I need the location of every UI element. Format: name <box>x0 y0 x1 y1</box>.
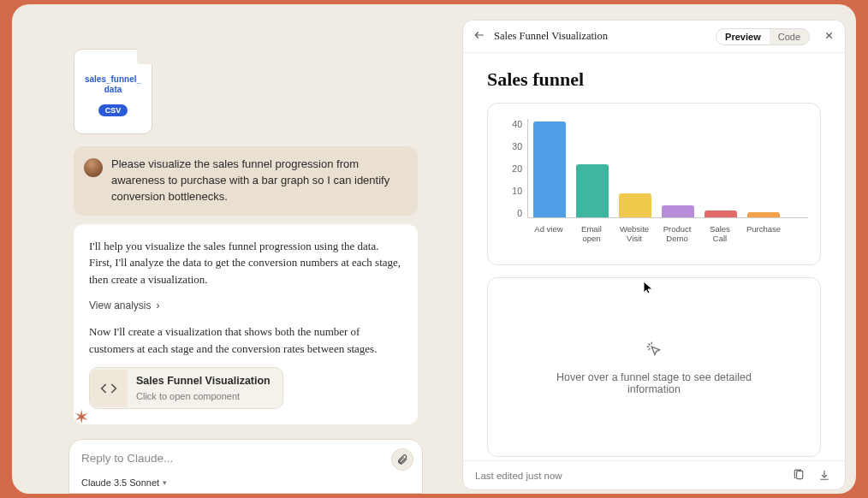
x-label: Purchase <box>746 225 779 244</box>
user-message-bubble: Please visualize the sales funnel progre… <box>74 146 418 216</box>
download-button[interactable] <box>816 469 833 483</box>
y-tick: 30 <box>512 141 522 151</box>
assistant-paragraph: Now I'll create a visualization that sho… <box>89 323 402 357</box>
assistant-paragraph: I'll help you visualize the sales funnel… <box>89 238 402 288</box>
preview-code-toggle: Preview Code <box>716 28 810 45</box>
bar-ad-view[interactable] <box>533 122 566 217</box>
chevron-right-icon: › <box>156 298 159 313</box>
claude-logo-icon: ✶ <box>74 406 89 429</box>
y-tick: 10 <box>512 186 522 196</box>
bar-sales-call[interactable] <box>705 210 737 217</box>
x-label: Email open <box>575 225 608 244</box>
model-selector[interactable]: Claude 3.5 Sonnet ▾ <box>81 477 167 488</box>
svg-rect-3 <box>797 471 803 478</box>
bar-website-visit[interactable] <box>619 193 651 217</box>
preview-title: Sales Funnel Visualization <box>494 30 608 43</box>
file-name: sales_funnel_data <box>82 74 144 96</box>
user-message-text: Please visualize the sales funnel progre… <box>111 157 404 205</box>
copy-button[interactable] <box>790 469 807 483</box>
assistant-message-card: I'll help you visualize the sales funnel… <box>74 224 418 425</box>
tab-preview[interactable]: Preview <box>716 29 770 44</box>
hover-hint-card: Hover over a funnel stage to see detaile… <box>487 277 821 457</box>
x-label: Sales Call <box>704 225 736 244</box>
hover-hint-text: Hover over a funnel stage to see detaile… <box>539 371 769 395</box>
app-frame: sales_funnel_data CSV Please visualize t… <box>12 4 856 494</box>
tab-code[interactable]: Code <box>770 29 809 44</box>
chevron-down-icon: ▾ <box>163 478 167 487</box>
x-label: Website Visit <box>618 225 651 244</box>
artifact-title: Sales Funnel Visualization <box>136 373 271 389</box>
paperclip-icon <box>396 454 408 465</box>
artifact-chip[interactable]: Sales Funnel Visualization Click to open… <box>89 367 283 409</box>
reply-box: Claude 3.5 Sonnet ▾ <box>68 439 423 494</box>
bar-email-open[interactable] <box>576 164 609 217</box>
arrow-left-icon <box>473 29 485 41</box>
conversation-column: sales_funnel_data CSV Please visualize t… <box>12 4 428 494</box>
bars-container <box>527 119 808 218</box>
preview-body: Sales funnel 403020100 Ad viewEmail open… <box>463 53 845 460</box>
attach-button[interactable] <box>391 448 413 471</box>
back-button[interactable] <box>473 29 485 44</box>
view-analysis-link[interactable]: View analysis › <box>89 298 159 313</box>
cursor-click-icon <box>645 340 663 361</box>
preview-footer: Last edited just now <box>463 460 845 489</box>
x-label: Product Demo <box>661 225 693 244</box>
x-label: Ad view <box>532 225 565 244</box>
artifact-preview-panel: Sales Funnel Visualization Preview Code … <box>462 20 846 490</box>
artifact-subtitle: Click to open component <box>136 389 271 404</box>
last-edited-label: Last edited just now <box>475 471 562 481</box>
avatar <box>84 158 103 177</box>
y-axis: 403020100 <box>500 119 527 218</box>
x-axis-labels: Ad viewEmail openWebsite VisitProduct De… <box>527 222 808 244</box>
download-icon <box>818 469 830 481</box>
chart-heading: Sales funnel <box>487 68 821 91</box>
bar-purchase[interactable] <box>747 212 780 217</box>
file-attachment-card[interactable]: sales_funnel_data CSV <box>74 49 152 134</box>
bar-product-demo[interactable] <box>662 205 694 217</box>
preview-header: Sales Funnel Visualization Preview Code <box>463 21 845 53</box>
y-tick: 40 <box>512 119 522 129</box>
clipboard-icon <box>793 469 805 481</box>
close-button[interactable] <box>823 30 835 44</box>
reply-input[interactable] <box>81 452 378 465</box>
y-tick: 20 <box>512 163 522 174</box>
code-icon <box>90 370 128 407</box>
chart-card: 403020100 Ad viewEmail openWebsite Visit… <box>487 103 821 265</box>
file-type-badge: CSV <box>98 104 128 116</box>
y-tick: 0 <box>517 208 522 218</box>
close-icon <box>823 30 835 41</box>
